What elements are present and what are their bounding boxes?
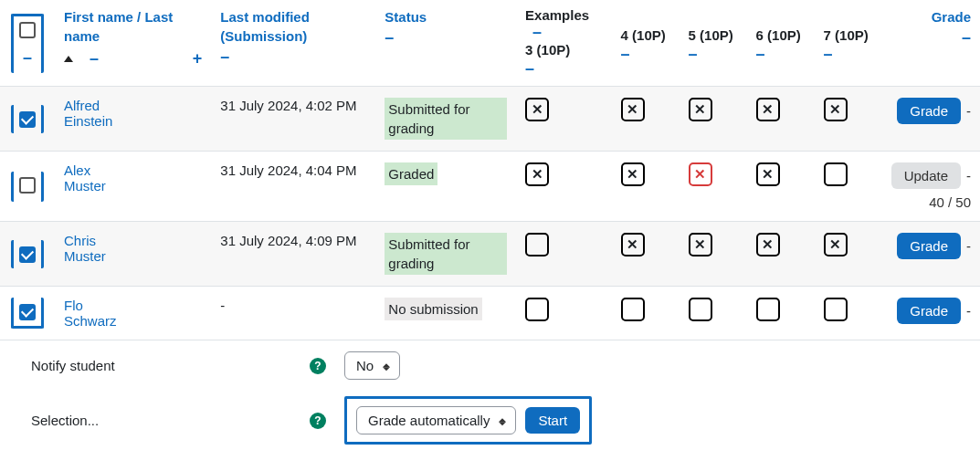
example-box[interactable] bbox=[824, 233, 848, 256]
update-button[interactable]: Update bbox=[891, 162, 961, 189]
example-box[interactable] bbox=[756, 162, 780, 186]
row-checkbox[interactable] bbox=[19, 177, 36, 194]
selection-highlight: Grade automatically Start bbox=[344, 396, 592, 445]
collapse-select-icon[interactable]: – bbox=[23, 48, 32, 68]
example-col-label: 4 (10P) bbox=[621, 27, 670, 43]
example-col-label: 3 (10P) bbox=[525, 42, 603, 58]
table-row: FloSchwarz-No submissionGrade- bbox=[0, 287, 980, 340]
status-badge: Graded bbox=[385, 162, 437, 185]
expand-name-icon[interactable]: + bbox=[193, 49, 203, 68]
collapse-grade-icon[interactable]: – bbox=[962, 28, 971, 47]
name-separator: / bbox=[137, 9, 141, 25]
student-link[interactable]: Muster bbox=[64, 248, 106, 264]
example-box[interactable] bbox=[824, 98, 848, 121]
collapse-ex-icon[interactable]: – bbox=[824, 45, 833, 63]
example-box[interactable] bbox=[621, 162, 645, 186]
row-checkbox[interactable] bbox=[19, 304, 36, 320]
selection-select[interactable]: Grade automatically bbox=[356, 406, 516, 434]
example-box[interactable] bbox=[525, 162, 549, 186]
modified-cell: 31 July 2024, 4:09 PM bbox=[211, 222, 375, 287]
grade-value: 40 / 50 bbox=[891, 189, 971, 210]
header-examples: Examples bbox=[525, 7, 589, 23]
table-row: AlexMuster31 July 2024, 4:04 PMGradedUpd… bbox=[0, 152, 980, 222]
sort-caret-icon[interactable] bbox=[64, 56, 73, 62]
example-col-label: 7 (10P) bbox=[824, 27, 873, 43]
example-box[interactable] bbox=[756, 233, 780, 256]
student-link[interactable]: Chris bbox=[64, 233, 96, 248]
notify-select[interactable]: No bbox=[344, 351, 400, 380]
header-status[interactable]: Status bbox=[385, 9, 427, 25]
student-link[interactable]: Alfred bbox=[64, 98, 100, 113]
example-box[interactable] bbox=[621, 298, 645, 321]
example-box[interactable] bbox=[689, 298, 712, 321]
grade-dash: - bbox=[961, 238, 971, 254]
example-box[interactable] bbox=[824, 162, 848, 186]
student-link[interactable]: Einstein bbox=[64, 113, 112, 129]
grade-button[interactable]: Grade bbox=[897, 298, 961, 324]
example-col-label: 6 (10P) bbox=[756, 27, 806, 43]
example-box[interactable] bbox=[689, 162, 712, 186]
header-grade[interactable]: Grade bbox=[932, 9, 971, 25]
example-box[interactable] bbox=[756, 298, 780, 321]
help-icon[interactable]: ? bbox=[310, 358, 326, 374]
collapse-name-icon[interactable]: – bbox=[90, 49, 99, 68]
start-button[interactable]: Start bbox=[525, 407, 580, 434]
row-checkbox[interactable] bbox=[19, 111, 36, 128]
example-box[interactable] bbox=[824, 298, 848, 321]
row-checkbox[interactable] bbox=[19, 246, 36, 263]
grade-dash: - bbox=[961, 303, 971, 319]
selection-row: Selection... ? Grade automatically Start bbox=[0, 385, 980, 450]
select-all-checkbox[interactable] bbox=[19, 22, 36, 38]
collapse-ex-icon[interactable]: – bbox=[525, 59, 534, 78]
example-box[interactable] bbox=[689, 98, 712, 121]
grade-dash: - bbox=[961, 168, 971, 183]
modified-cell: - bbox=[211, 287, 375, 340]
help-icon[interactable]: ? bbox=[310, 413, 326, 429]
modified-cell: 31 July 2024, 4:02 PM bbox=[211, 87, 375, 152]
student-link[interactable]: Flo bbox=[64, 298, 83, 313]
collapse-status-icon[interactable]: – bbox=[385, 28, 394, 47]
student-link[interactable]: Muster bbox=[64, 178, 106, 194]
modified-cell: 31 July 2024, 4:04 PM bbox=[211, 152, 375, 222]
notify-label: Notify student bbox=[31, 358, 310, 373]
table-row: ChrisMuster31 July 2024, 4:09 PMSubmitte… bbox=[0, 222, 980, 287]
grade-dash: - bbox=[961, 103, 971, 119]
example-box[interactable] bbox=[525, 298, 549, 321]
example-box[interactable] bbox=[525, 98, 549, 121]
selection-label: Selection... bbox=[31, 413, 310, 428]
collapse-ex-icon[interactable]: – bbox=[621, 45, 630, 63]
table-row: AlfredEinstein31 July 2024, 4:02 PMSubmi… bbox=[0, 87, 980, 152]
student-link[interactable]: Schwarz bbox=[64, 313, 117, 329]
example-box[interactable] bbox=[621, 233, 645, 256]
collapse-modified-icon[interactable]: – bbox=[220, 47, 229, 66]
grade-button[interactable]: Grade bbox=[897, 233, 961, 259]
collapse-examples-icon[interactable]: – bbox=[532, 23, 542, 41]
example-box[interactable] bbox=[525, 233, 549, 256]
example-col-label: 5 (10P) bbox=[689, 27, 738, 43]
grading-table: – First name / Last name – + bbox=[0, 0, 980, 340]
status-badge: Submitted for grading bbox=[385, 98, 507, 140]
header-last-modified[interactable]: Last modified (Submission) bbox=[220, 9, 310, 44]
status-badge: No submission bbox=[385, 298, 481, 320]
example-box[interactable] bbox=[689, 233, 712, 256]
example-box[interactable] bbox=[756, 98, 780, 121]
status-badge: Submitted for grading bbox=[385, 233, 507, 275]
collapse-ex-icon[interactable]: – bbox=[756, 45, 765, 63]
collapse-ex-icon[interactable]: – bbox=[689, 45, 698, 63]
example-box[interactable] bbox=[621, 98, 645, 121]
notify-row: Notify student ? No bbox=[0, 340, 980, 385]
grade-button[interactable]: Grade bbox=[897, 98, 961, 124]
student-link[interactable]: Alex bbox=[64, 162, 90, 178]
header-first-name[interactable]: First name bbox=[64, 9, 133, 25]
